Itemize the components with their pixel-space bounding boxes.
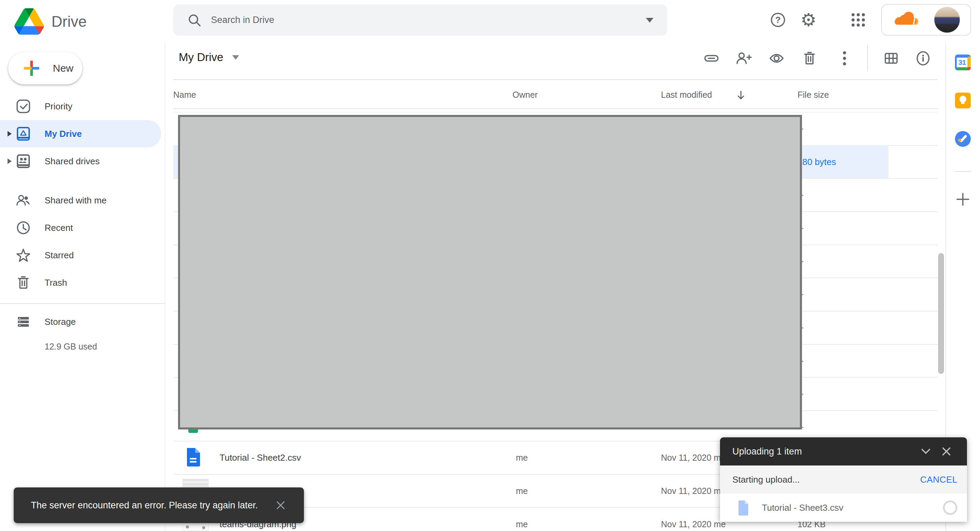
file-owner: me	[516, 486, 528, 496]
sidebar-divider	[0, 303, 165, 304]
delete-button[interactable]	[799, 48, 820, 68]
sidebar-item-shared-with-me[interactable]: Shared with me	[0, 187, 161, 214]
row-separator	[173, 112, 937, 113]
sidebar-item-label: Trash	[45, 278, 67, 288]
sort-descending-arrow-icon[interactable]	[734, 89, 748, 102]
table-header-underline	[173, 108, 937, 109]
sidebar-item-starred[interactable]: Starred	[0, 242, 161, 269]
preview-eye-button[interactable]	[766, 48, 787, 68]
sidebar-item-label: Recent	[45, 223, 73, 233]
file-owner: me	[516, 519, 528, 529]
title-chevron-down-icon	[232, 55, 239, 60]
expand-arrow-icon[interactable]	[8, 131, 12, 137]
file-name[interactable]: Tutorial - Sheet2.csv	[220, 452, 301, 463]
sidebar-item-label: Starred	[45, 250, 74, 261]
column-header-modified[interactable]: Last modified	[661, 90, 712, 100]
sidebar-item-priority[interactable]: Priority	[0, 92, 161, 120]
upload-panel-title: Uploading 1 item	[732, 446, 915, 457]
column-header-name[interactable]: Name	[173, 90, 196, 100]
uploading-file-row[interactable]: Tutorial - Sheet3.csv	[720, 494, 967, 522]
search-bar[interactable]	[173, 5, 667, 36]
account-area[interactable]	[881, 4, 971, 36]
search-icon[interactable]	[187, 13, 202, 28]
sidebar-item-label: Priority	[45, 101, 72, 112]
sidebar-item-trash[interactable]: Trash	[0, 269, 161, 296]
cloudflare-logo[interactable]	[892, 12, 923, 28]
share-add-person-button[interactable]	[733, 48, 754, 68]
toast-message: The server encountered an error. Please …	[31, 500, 258, 511]
upload-progress-panel: Uploading 1 item Starting upload... CANC…	[720, 437, 967, 522]
page-title: My Drive	[179, 51, 223, 64]
csv-file-icon	[185, 447, 201, 467]
search-options-chevron-icon[interactable]	[646, 18, 654, 23]
cancel-upload-button[interactable]: CANCEL	[920, 474, 957, 485]
file-owner: me	[516, 453, 528, 463]
file-modified: Nov 11, 2020 me	[661, 519, 726, 529]
calendar-red-corner	[968, 67, 971, 70]
sidebar-item-my-drive[interactable]: My Drive	[0, 120, 161, 148]
error-toast: The server encountered an error. Please …	[14, 487, 304, 523]
selected-row-size: 80 bytes	[802, 157, 836, 167]
question-mark-glyph: ?	[775, 15, 781, 25]
keep-icon[interactable]	[955, 92, 971, 108]
google-drive-app: Drive ? ⚙	[0, 0, 980, 531]
sidebar-item-recent[interactable]: Recent	[0, 214, 161, 242]
new-button-label: New	[53, 62, 73, 74]
sidebar-item-label: Shared drives	[45, 156, 99, 167]
sidebar-item-storage[interactable]: Storage	[0, 308, 161, 335]
upload-status-text: Starting upload...	[732, 474, 920, 485]
gear-glyph: ⚙	[800, 10, 817, 30]
expand-arrow-icon[interactable]	[8, 159, 12, 164]
calendar-green-edge	[957, 68, 969, 70]
shared-with-me-icon	[16, 193, 31, 208]
drag-selection-overlay	[178, 115, 802, 429]
sidebar-item-shared-drives[interactable]: Shared drives	[0, 148, 161, 175]
uploading-file-name: Tutorial - Sheet3.csv	[762, 502, 943, 513]
upload-spinner-icon	[943, 501, 957, 515]
star-icon	[16, 247, 31, 263]
new-button[interactable]: New	[8, 52, 82, 84]
file-modified: Nov 11, 2020 me	[661, 453, 726, 463]
upload-status-row: Starting upload... CANCEL	[720, 466, 967, 494]
more-actions-button[interactable]	[834, 48, 855, 68]
calendar-day-number: 31	[957, 58, 968, 67]
priority-icon	[16, 99, 31, 114]
close-icon[interactable]	[936, 441, 957, 462]
calendar-icon[interactable]: 31	[955, 54, 971, 70]
get-link-button[interactable]	[701, 48, 722, 68]
search-input[interactable]	[211, 15, 646, 25]
vertical-scrollbar-thumb[interactable]	[938, 253, 944, 374]
view-details-info-button[interactable]	[913, 48, 933, 68]
drive-triangle-icon	[14, 8, 44, 35]
header-divider	[173, 79, 937, 80]
minimize-chevron-icon[interactable]	[915, 441, 936, 462]
drive-wordmark: Drive	[51, 13, 87, 30]
avatar[interactable]	[934, 7, 960, 33]
drive-logo[interactable]: Drive	[14, 8, 87, 35]
column-header-size[interactable]: File size	[797, 90, 829, 100]
toast-close-icon[interactable]	[274, 498, 288, 512]
grid-view-button[interactable]	[881, 48, 902, 68]
rail-divider	[955, 171, 971, 172]
tasks-icon[interactable]	[955, 131, 971, 147]
storage-used-text: 12.9 GB used	[45, 342, 97, 351]
storage-icon	[16, 314, 31, 329]
sidebar-item-label: Shared with me	[45, 195, 107, 206]
keep-bulb	[959, 96, 966, 103]
apps-grid-icon[interactable]	[846, 8, 870, 32]
help-button[interactable]: ?	[765, 8, 790, 32]
new-plus-icon	[23, 59, 40, 77]
toolbar-divider	[867, 45, 868, 72]
my-drive-icon	[16, 126, 31, 141]
sidebar-item-label: My Drive	[45, 129, 82, 139]
upload-panel-header: Uploading 1 item	[720, 437, 967, 466]
settings-gear-icon[interactable]: ⚙	[796, 8, 821, 32]
trash-icon	[16, 275, 31, 290]
folder-title-button[interactable]: My Drive	[179, 51, 239, 64]
sidebar-item-label: Storage	[45, 316, 76, 327]
file-modified: Nov 11, 2020 me	[661, 486, 726, 496]
calendar-yellow-edge	[968, 57, 971, 68]
upload-file-icon	[737, 500, 749, 515]
column-header-owner[interactable]: Owner	[512, 90, 538, 100]
get-addons-plus-icon[interactable]	[956, 192, 970, 206]
